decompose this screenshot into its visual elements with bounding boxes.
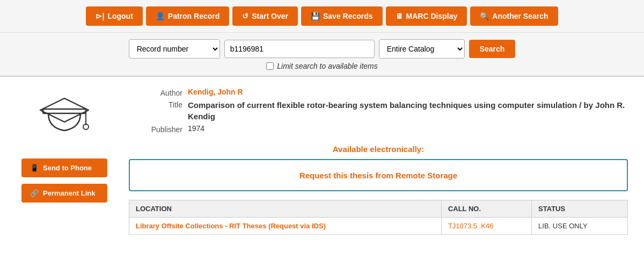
status-cell: LIB. USE ONLY (532, 218, 628, 235)
location-header: LOCATION (129, 200, 442, 218)
svg-marker-1 (40, 98, 89, 122)
svg-rect-0 (43, 109, 86, 113)
limit-label: Limit search to available items (277, 62, 378, 70)
location-cell[interactable]: Library Offsite Collections - RIT Theses… (129, 218, 442, 235)
start-over-button[interactable]: ↺ Start Over (232, 6, 298, 26)
save-records-label: Save Records (323, 12, 373, 20)
author-value[interactable]: Kendig, John R (188, 88, 628, 97)
search-button[interactable]: Search (469, 40, 516, 58)
start-over-label: Start Over (252, 12, 288, 20)
search-row: Record number Title Author Subject Keywo… (129, 39, 516, 59)
another-search-icon: 🔍 (480, 12, 489, 20)
callno-header: CALL NO. (441, 200, 531, 218)
request-box: Request this thesis from Remote Storage (129, 159, 628, 191)
table-row: Library Offsite Collections - RIT Theses… (129, 218, 628, 235)
available-title: Available electronically: (129, 145, 628, 154)
search-field-select[interactable]: Record number Title Author Subject Keywo… (129, 39, 220, 59)
search-bar: Record number Title Author Subject Keywo… (0, 33, 644, 77)
publisher-label: Publisher (129, 124, 182, 134)
available-section: Available electronically: Request this t… (129, 145, 628, 191)
limit-checkbox[interactable] (266, 62, 274, 70)
marc-icon: 🖥 (396, 12, 403, 20)
record-meta: Author Kendig, John R Title Comparison o… (129, 88, 628, 134)
search-button-label: Search (480, 45, 505, 53)
toolbar: ⊳| Logout 👤 Patron Record ↺ Start Over 💾… (0, 0, 644, 33)
publisher-value: 1974 (188, 124, 628, 134)
request-thesis-link[interactable]: Request this thesis from Remote Storage (299, 171, 457, 180)
left-sidebar: 📱 Send to Phone 🔗 Permanent Link (16, 88, 113, 235)
another-search-label: Another Search (492, 12, 548, 20)
logout-button[interactable]: ⊳| Logout (86, 6, 142, 26)
logout-icon: ⊳| (96, 12, 104, 20)
marc-display-label: MARC Display (406, 12, 458, 20)
limit-row: Limit search to available items (266, 62, 378, 70)
logout-label: Logout (107, 12, 133, 20)
permanent-link-label: Permanent Link (43, 189, 96, 197)
status-header: STATUS (532, 200, 628, 218)
main-content: 📱 Send to Phone 🔗 Permanent Link Author … (0, 77, 644, 246)
phone-icon: 📱 (30, 164, 39, 172)
link-icon: 🔗 (30, 189, 39, 197)
author-label: Author (129, 88, 182, 97)
another-search-button[interactable]: 🔍 Another Search (470, 6, 558, 26)
permanent-link-button[interactable]: 🔗 Permanent Link (21, 184, 107, 203)
catalog-select[interactable]: Entire Catalog Local Only (379, 39, 465, 59)
patron-record-button[interactable]: 👤 Patron Record (146, 6, 229, 26)
send-to-phone-label: Send to Phone (43, 164, 92, 172)
start-over-icon: ↺ (242, 12, 248, 20)
save-records-button[interactable]: 💾 Save Records (301, 6, 383, 26)
graduation-cap-icon (32, 93, 97, 141)
patron-icon: 👤 (156, 12, 165, 20)
record-detail: Author Kendig, John R Title Comparison o… (123, 88, 628, 235)
patron-record-label: Patron Record (168, 12, 219, 20)
send-to-phone-button[interactable]: 📱 Send to Phone (21, 158, 107, 177)
holdings-table: LOCATION CALL NO. STATUS Library Offsite… (129, 200, 628, 235)
marc-display-button[interactable]: 🖥 MARC Display (386, 6, 467, 26)
title-label: Title (129, 99, 182, 122)
callno-cell: TJ1073.5 .K46 (441, 218, 531, 235)
title-value: Comparison of current flexible rotor-bea… (188, 99, 628, 122)
search-input[interactable] (224, 40, 375, 58)
save-icon: 💾 (311, 12, 320, 20)
